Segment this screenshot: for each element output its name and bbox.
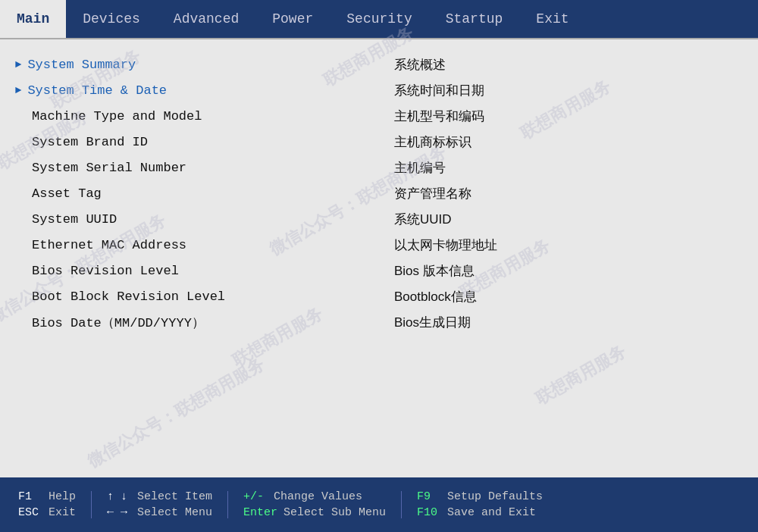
f10-action: Save and Exit: [447, 506, 536, 519]
list-item: Bios Revision Level Bios 版本信息: [15, 258, 743, 283]
system-uuid-label: System UUID: [15, 212, 379, 227]
f1-esc-group: F1 Help ESC Exit: [18, 490, 76, 519]
menu-item-security[interactable]: Security: [330, 0, 428, 38]
menu-bar: Main Devices Advanced Power Security Sta…: [0, 0, 758, 39]
esc-action: Exit: [49, 506, 76, 519]
system-time-date-link[interactable]: ► System Time & Date: [15, 83, 379, 98]
bios-screen: 联想商用服务 联想商用服务 联想商用服务 微信公众号：联想商用服务 联想商用服务…: [0, 0, 758, 532]
f9-key: F9: [417, 490, 441, 503]
f1-action: Help: [49, 490, 76, 503]
list-item: Machine Type and Model 主机型号和编码: [15, 103, 743, 129]
system-time-date-label-cn: 系统时间和日期: [379, 82, 743, 99]
f1-key: F1: [18, 490, 42, 503]
ethernet-mac-label-cn: 以太网卡物理地址: [379, 236, 743, 254]
divider: [401, 491, 402, 518]
divider: [91, 491, 92, 518]
bios-date-label-cn: Bios生成日期: [379, 314, 743, 331]
list-item: ► System Summary 系统概述: [15, 52, 743, 77]
list-item: System Brand ID 主机商标标识: [15, 129, 743, 155]
menu-item-exit[interactable]: Exit: [519, 0, 585, 38]
setup-group: F9 Setup Defaults F10 Save and Exit: [417, 490, 543, 519]
list-item: Asset Tag 资产管理名称: [15, 180, 743, 206]
content-rows: ► System Summary 系统概述 ► System Time & Da…: [0, 52, 758, 335]
system-serial-label: System Serial Number: [15, 161, 379, 175]
main-content: ► System Summary 系统概述 ► System Time & Da…: [0, 39, 758, 477]
leftright-action: Select Menu: [137, 506, 212, 519]
bottom-bar: F1 Help ESC Exit ↑ ↓ Select Item ← → Sel…: [0, 477, 758, 532]
machine-type-label: Machine Type and Model: [15, 109, 379, 124]
system-brand-label: System Brand ID: [15, 135, 379, 149]
plusminus-action: Change Values: [274, 490, 362, 503]
plusminus-key: +/-: [243, 490, 268, 503]
system-summary-label-cn: 系统概述: [379, 56, 743, 74]
arrow-icon: ►: [15, 58, 21, 70]
list-item: Boot Block Revision Level Bootblock信息: [15, 283, 743, 309]
bios-revision-label: Bios Revision Level: [15, 264, 379, 278]
enter-key: Enter: [243, 506, 277, 519]
system-summary-link[interactable]: ► System Summary: [15, 58, 379, 72]
menu-item-devices[interactable]: Devices: [66, 0, 157, 38]
machine-type-label-cn: 主机型号和编码: [379, 108, 743, 125]
arrow-icon: ►: [15, 84, 21, 96]
list-item: System Serial Number 主机编号: [15, 155, 743, 180]
menu-item-advanced[interactable]: Advanced: [157, 0, 255, 38]
asset-tag-label-cn: 资产管理名称: [379, 185, 743, 202]
menu-item-main[interactable]: Main: [0, 0, 66, 38]
leftright-key: ← →: [107, 506, 131, 519]
f9-action: Setup Defaults: [447, 490, 543, 503]
system-serial-label-cn: 主机编号: [379, 159, 743, 177]
divider: [227, 491, 228, 518]
ethernet-mac-label: Ethernet MAC Address: [15, 238, 379, 252]
f10-key: F10: [417, 506, 441, 519]
boot-block-label: Boot Block Revision Level: [15, 289, 379, 304]
asset-tag-label: Asset Tag: [15, 186, 379, 201]
updown-key: ↑ ↓: [107, 490, 131, 503]
list-item: ► System Time & Date 系统时间和日期: [15, 77, 743, 103]
bios-revision-label-cn: Bios 版本信息: [379, 262, 743, 280]
boot-block-label-cn: Bootblock信息: [379, 288, 743, 305]
nav-group: ↑ ↓ Select Item ← → Select Menu: [107, 490, 212, 519]
list-item: Bios Date（MM/DD/YYYY） Bios生成日期: [15, 309, 743, 335]
esc-key: ESC: [18, 506, 42, 519]
enter-action: Select Sub Menu: [283, 506, 386, 519]
list-item: Ethernet MAC Address 以太网卡物理地址: [15, 232, 743, 258]
updown-action: Select Item: [137, 490, 212, 503]
bios-date-label: Bios Date（MM/DD/YYYY）: [15, 314, 379, 331]
menu-item-power[interactable]: Power: [255, 0, 330, 38]
system-brand-label-cn: 主机商标标识: [379, 133, 743, 151]
system-uuid-label-cn: 系统UUID: [379, 211, 743, 228]
list-item: System UUID 系统UUID: [15, 206, 743, 232]
value-group: +/- Change Values Enter Select Sub Menu: [243, 490, 386, 519]
menu-item-startup[interactable]: Startup: [429, 0, 520, 38]
